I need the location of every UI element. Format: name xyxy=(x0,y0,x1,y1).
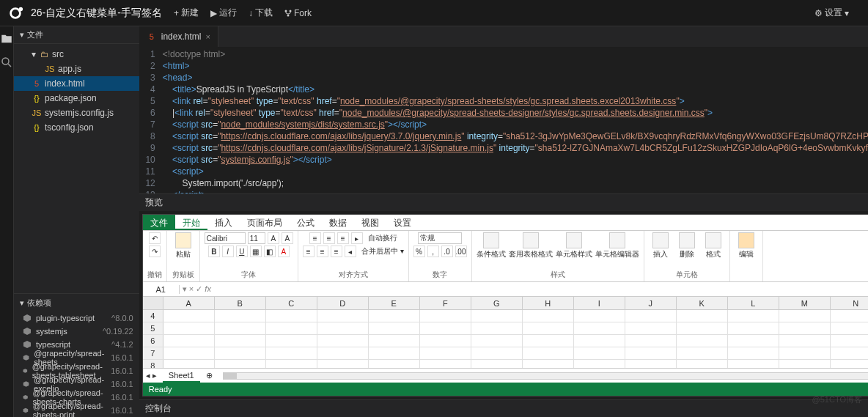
format-button[interactable]: 格式 xyxy=(702,232,725,259)
sidebar: ▾ 文件 ▾ 🗀src JSapp.js5index.html{}package… xyxy=(14,26,139,417)
svg-point-4 xyxy=(287,14,289,16)
add-sheet-button[interactable]: ⊕ xyxy=(206,371,213,380)
table-fmt-button[interactable]: 套用表格格式 xyxy=(509,232,553,259)
watermark: @51CTO博客 xyxy=(812,394,862,405)
cell-edit-button[interactable]: 单元格编辑器 xyxy=(595,232,639,259)
cell-style-button[interactable]: 单元格样式 xyxy=(556,232,592,259)
code-editor[interactable]: 123456789101112131415 <!doctype html> <h… xyxy=(139,47,868,193)
ribbon-tab-3[interactable]: 页面布局 xyxy=(240,215,290,230)
ribbon-tab-6[interactable]: 视图 xyxy=(354,215,386,230)
ribbon-tab-5[interactable]: 数据 xyxy=(322,215,354,230)
formula-bar[interactable]: A1 ▾ × ✓ fx xyxy=(143,282,868,297)
edit-button[interactable]: 编辑 xyxy=(735,232,758,259)
redo-button[interactable]: ↷ xyxy=(149,246,161,257)
close-icon[interactable]: × xyxy=(205,32,210,41)
preview-pane: 文件开始插入页面布局公式数据视图设置 ↶↷撤销 粘贴剪贴板 AA BIU▦◧A … xyxy=(142,214,868,396)
fill-button[interactable]: ◧ xyxy=(264,246,276,257)
paste-button[interactable]: 粘贴 xyxy=(172,232,195,259)
dependencies: ▾ 依赖项 plugin-typescript^8.0.0systemjs^0.… xyxy=(14,293,139,417)
files-header[interactable]: ▾ 文件 xyxy=(14,26,139,44)
grow-font[interactable]: A xyxy=(268,232,279,244)
tab-index-html[interactable]: 5 index.html × xyxy=(139,26,218,47)
underline-button[interactable]: U xyxy=(236,246,248,257)
file-systemjs.config.js[interactable]: JSsystemjs.config.js xyxy=(14,106,139,120)
folder-src[interactable]: ▾ 🗀src xyxy=(14,47,139,62)
deps-header[interactable]: ▾ 依赖项 xyxy=(14,294,139,311)
ribbon-tab-2[interactable]: 插入 xyxy=(207,215,240,230)
top-bar: 26-自定义右键菜单-手写签名 + 新建 ▶ 运行 ↓ 下载 Fork ⚙ 设置… xyxy=(0,0,868,26)
number-format[interactable] xyxy=(418,232,462,244)
bold-button[interactable]: B xyxy=(208,246,220,257)
insert-button[interactable]: 插入 xyxy=(649,232,672,259)
sheet-tab-1[interactable]: Sheet1 xyxy=(163,369,200,383)
explorer-icon[interactable] xyxy=(0,32,13,45)
color-button[interactable]: A xyxy=(278,246,290,257)
ribbon-tabs: 文件开始插入页面布局公式数据视图设置 xyxy=(143,215,868,231)
preview-header: 预览 ⧉ × xyxy=(139,193,868,211)
file-tree: ▾ 🗀src JSapp.js5index.html{}package.json… xyxy=(14,44,139,138)
dep-row[interactable]: systemjs^0.19.22 xyxy=(14,325,139,338)
sheet-nav[interactable]: ◂ ▸ xyxy=(146,371,157,380)
ribbon: ↶↷撤销 粘贴剪贴板 AA BIU▦◧A 字体 ≡≡≡▸自动换行 ≡≡≡◂合并后… xyxy=(143,231,868,282)
svg-point-5 xyxy=(2,58,9,64)
name-box[interactable]: A1 xyxy=(143,285,180,294)
border-button[interactable]: ▦ xyxy=(250,246,262,257)
ribbon-tab-0[interactable]: 文件 xyxy=(143,215,175,230)
search-icon[interactable] xyxy=(0,56,13,69)
svg-point-0 xyxy=(11,8,21,18)
console-header[interactable]: 控制台 xyxy=(139,399,868,417)
shrink-font[interactable]: A xyxy=(282,232,293,244)
project-title: 26-自定义右键菜单-手写签名 xyxy=(31,7,162,20)
editor-area: 5 index.html × 123456789101112131415 <!d… xyxy=(139,26,868,417)
new-button[interactable]: + 新建 xyxy=(174,7,199,19)
spreadsheet-grid[interactable]: ABCDEFGHIJKLMNOPQRST 45678910 xyxy=(143,297,868,368)
logo-icon xyxy=(7,5,23,21)
horizontal-scrollbar[interactable] xyxy=(223,372,868,380)
file-app.js[interactable]: JSapp.js xyxy=(14,62,139,76)
dep-row[interactable]: @grapecity/spread-sheets-print16.0.1 xyxy=(14,404,139,417)
file-package.json[interactable]: {}package.json xyxy=(14,91,139,106)
dep-row[interactable]: plugin-typescript^8.0.0 xyxy=(14,311,139,325)
file-index.html[interactable]: 5index.html xyxy=(14,76,139,91)
align-left[interactable]: ≡ xyxy=(303,246,315,257)
editor-tabs: 5 index.html × xyxy=(139,26,868,47)
download-button[interactable]: ↓ 下载 xyxy=(249,7,273,19)
fork-button[interactable]: Fork xyxy=(284,8,312,18)
status-bar: Ready — + 100% xyxy=(143,383,868,396)
font-select[interactable] xyxy=(205,232,246,244)
undo-button[interactable]: ↶ xyxy=(149,232,161,244)
cond-fmt-button[interactable]: 条件格式 xyxy=(477,232,506,259)
italic-button[interactable]: I xyxy=(222,246,234,257)
ribbon-tab-1[interactable]: 开始 xyxy=(175,215,207,230)
ribbon-tab-7[interactable]: 设置 xyxy=(386,215,419,230)
size-select[interactable] xyxy=(248,232,265,244)
delete-button[interactable]: 删除 xyxy=(675,232,699,259)
run-button[interactable]: ▶ 运行 xyxy=(210,7,237,19)
file-tsconfig.json[interactable]: {}tsconfig.json xyxy=(14,120,139,135)
svg-point-1 xyxy=(19,7,23,11)
ribbon-tab-4[interactable]: 公式 xyxy=(290,215,322,230)
align-top[interactable]: ≡ xyxy=(309,232,321,244)
activity-bar xyxy=(0,26,14,417)
sheet-tabs: ◂ ▸ Sheet1 ⊕ xyxy=(143,368,868,383)
settings-button[interactable]: ⚙ 设置 ▾ xyxy=(814,7,849,19)
